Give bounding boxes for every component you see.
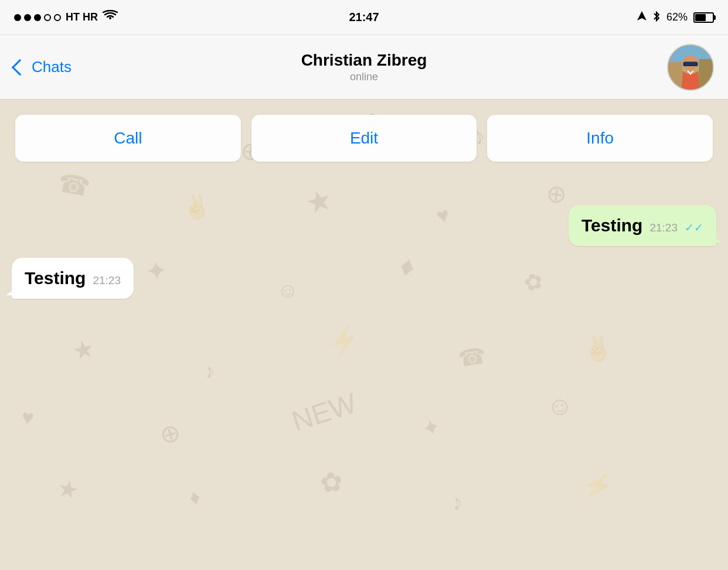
signal-dot-5	[54, 14, 61, 21]
message-ticks: ✓✓	[685, 221, 703, 234]
bubble-received[interactable]: Testing 21:23	[12, 258, 134, 299]
contact-name: Christian Zibreg	[301, 51, 427, 70]
battery-shape	[693, 12, 714, 23]
avatar-image	[668, 44, 713, 91]
received-message-time: 21:23	[93, 274, 121, 287]
svg-rect-4	[699, 59, 713, 89]
signal-dot-4	[44, 14, 51, 21]
info-button[interactable]: Info	[487, 115, 713, 162]
signal-dot-2	[24, 14, 31, 21]
avatar[interactable]	[667, 44, 714, 91]
signal-dots	[14, 14, 61, 21]
status-time: 21:47	[349, 11, 379, 24]
battery-fill	[695, 14, 706, 21]
svg-marker-0	[637, 11, 647, 21]
chat-header: Chats Christian Zibreg online	[0, 35, 728, 100]
call-button[interactable]: Call	[15, 115, 241, 162]
location-icon	[637, 11, 647, 24]
action-buttons-row: Call Edit Info	[0, 115, 728, 162]
messages-area: Testing 21:23 ✓✓ Testing 21:23	[0, 193, 728, 570]
header-center: Christian Zibreg online	[301, 51, 427, 83]
carrier-label: HT HR	[66, 11, 98, 23]
message-received: Testing 21:23	[12, 258, 364, 299]
contact-status: online	[301, 71, 427, 83]
edit-label: Edit	[350, 129, 378, 147]
status-bar: HT HR 21:47 62%	[0, 0, 728, 35]
back-chevron-icon	[12, 59, 28, 75]
signal-dot-1	[14, 14, 21, 21]
back-button[interactable]: Chats	[14, 58, 72, 76]
svg-rect-8	[691, 62, 697, 66]
svg-rect-7	[685, 62, 691, 66]
status-right: 62%	[637, 11, 714, 25]
back-label[interactable]: Chats	[32, 58, 72, 76]
received-message-text: Testing	[25, 268, 86, 288]
info-label: Info	[586, 129, 614, 147]
battery-indicator	[693, 12, 714, 23]
svg-rect-3	[668, 62, 682, 90]
message-sent: Testing 21:23 ✓✓	[258, 205, 716, 246]
status-left: HT HR	[14, 10, 118, 25]
signal-dot-3	[34, 14, 41, 21]
battery-percent: 62%	[666, 11, 688, 23]
wifi-icon	[103, 10, 118, 25]
sent-message-text: Testing	[581, 216, 642, 235]
edit-button[interactable]: Edit	[251, 115, 477, 162]
bluetooth-icon	[652, 11, 661, 25]
chat-area: ♦ ★ ⊕ ✿ ♪ ⚡ ☎ ✌ ★ ♥ ⊕ NEW ✦ ☺ ♦ ✿ ★ ♪ ⚡ …	[0, 100, 728, 570]
bubble-sent[interactable]: Testing 21:23 ✓✓	[569, 205, 716, 246]
call-label: Call	[114, 129, 142, 147]
sent-message-time: 21:23	[649, 221, 678, 234]
